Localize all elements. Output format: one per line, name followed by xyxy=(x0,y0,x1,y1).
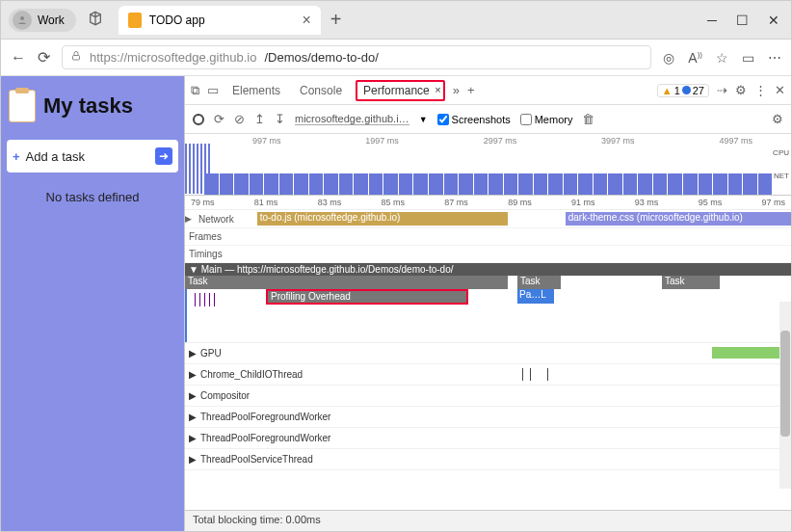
favorite-icon[interactable]: ☆ xyxy=(716,50,728,66)
more-icon[interactable]: ⋯ xyxy=(768,50,781,66)
url-path: /Demos/demo-to-do/ xyxy=(264,50,379,65)
add-task-label: Add a task xyxy=(26,149,85,164)
workspace-icon[interactable] xyxy=(88,11,103,30)
timings-track[interactable]: Timings xyxy=(185,246,791,263)
tab-title: TODO app xyxy=(149,13,205,27)
lock-icon xyxy=(70,50,82,65)
profile-label: Work xyxy=(38,13,65,27)
overview-timeline[interactable]: 997 ms 1997 ms 2997 ms 3997 ms 4997 ms C… xyxy=(185,134,791,196)
record-button[interactable] xyxy=(193,114,204,125)
scrollbar-thumb[interactable] xyxy=(780,331,790,437)
profiling-overhead[interactable]: Profiling Overhead xyxy=(266,289,468,305)
compositor-thread[interactable]: ▶Compositor xyxy=(185,386,791,407)
browser-tab[interactable]: TODO app × xyxy=(119,6,321,35)
collections-icon[interactable]: ▭ xyxy=(742,50,754,66)
kebab-icon[interactable]: ⋮ xyxy=(754,83,767,97)
reload-record-button[interactable]: ⟳ xyxy=(214,112,224,126)
network-item[interactable]: dark-theme.css (microsoftedge.github.io) xyxy=(566,212,791,226)
network-track[interactable]: ▶ Network to-do.js (microsoftedge.github… xyxy=(185,210,791,228)
back-button[interactable]: ← xyxy=(11,49,26,66)
main-track-header[interactable]: ▼ Main — https://microsoftedge.github.io… xyxy=(185,263,791,276)
overview-ticks: 997 ms 1997 ms 2997 ms 3997 ms 4997 ms xyxy=(204,136,791,146)
main-track[interactable]: Task Task Task Profiling Overhead Pa…L xyxy=(185,276,791,343)
chevron-down-icon[interactable]: ▼ xyxy=(419,115,428,124)
childio-thread[interactable]: ▶Chrome_ChildIOThread xyxy=(185,364,791,386)
perf-footer: Total blocking time: 0.00ms xyxy=(185,510,791,531)
memory-checkbox[interactable]: Memory xyxy=(520,114,573,125)
todo-app: My tasks + Add a task ➜ No tasks defined xyxy=(1,76,184,531)
tab-elements[interactable]: Elements xyxy=(226,80,286,101)
frames-track[interactable]: Frames xyxy=(185,228,791,246)
devtools-tabs: ⧉ ▭ Elements Console Performance× » + ▲1… xyxy=(185,76,791,105)
perf-toolbar: ⟳ ⊘ ↥ ↧ microsoftedge.github.i… ▼ Screen… xyxy=(185,105,791,134)
add-tab-icon[interactable]: + xyxy=(467,83,475,97)
more-tabs-icon[interactable]: » xyxy=(453,83,460,97)
url-actions: ◎ A)) ☆ ▭ ⋯ xyxy=(663,50,781,66)
clear-button[interactable]: ⊘ xyxy=(234,112,245,126)
scrollbar[interactable] xyxy=(779,302,791,489)
window-titlebar: Work TODO app × + ─ ☐ ✕ xyxy=(1,1,791,40)
screenshots-checkbox[interactable]: Screenshots xyxy=(437,114,511,125)
submit-icon[interactable]: ➜ xyxy=(155,147,172,165)
threadpool-fg-1[interactable]: ▶ThreadPoolForegroundWorker xyxy=(185,407,791,428)
url-bar: ← ⟳ https://microsoftedge.github.io/Demo… xyxy=(1,40,791,76)
perf-settings-icon[interactable]: ⚙ xyxy=(772,112,783,126)
add-task-input[interactable]: + Add a task ➜ xyxy=(7,140,178,173)
clipboard-icon xyxy=(9,90,36,122)
network-item[interactable]: to-do.js (microsoftedge.github.io) xyxy=(257,212,508,226)
url-host: https://microsoftedge.github.io xyxy=(90,50,256,65)
app-header: My tasks xyxy=(5,86,180,136)
threadpool-fg-2[interactable]: ▶ThreadPoolForegroundWorker xyxy=(185,428,791,449)
tab-performance[interactable]: Performance× xyxy=(356,80,445,101)
device-icon[interactable]: ▭ xyxy=(207,83,219,97)
issues-badge[interactable]: ▲1 27 xyxy=(657,84,709,97)
task-bar[interactable]: Task xyxy=(517,276,561,289)
plus-icon: + xyxy=(13,149,20,164)
tracking-icon[interactable]: ◎ xyxy=(663,50,674,66)
close-window-button[interactable]: ✕ xyxy=(768,13,779,28)
parse-layout-bar[interactable]: Pa…L xyxy=(517,289,554,304)
overview-bars xyxy=(204,173,772,195)
chevron-right-icon[interactable]: ▶ xyxy=(185,214,192,224)
minimize-button[interactable]: ─ xyxy=(707,13,717,28)
devtools-panel: ⧉ ▭ Elements Console Performance× » + ▲1… xyxy=(184,76,791,531)
gpu-thread[interactable]: ▶GPU xyxy=(185,343,791,364)
flame-chart[interactable]: 79 ms81 ms83 ms85 ms87 ms89 ms91 ms93 ms… xyxy=(185,196,791,510)
trash-icon[interactable]: 🗑 xyxy=(582,112,594,126)
svg-rect-1 xyxy=(73,56,80,61)
settings-link-icon[interactable]: ⇢ xyxy=(717,83,727,97)
upload-button[interactable]: ↥ xyxy=(254,112,265,126)
gear-icon[interactable]: ⚙ xyxy=(735,83,747,97)
reader-icon[interactable]: A)) xyxy=(688,50,702,66)
tab-close-icon[interactable]: × xyxy=(302,12,310,29)
inspect-icon[interactable]: ⧉ xyxy=(191,83,199,98)
favicon-icon xyxy=(128,13,142,28)
refresh-button[interactable]: ⟳ xyxy=(38,48,50,66)
new-tab-button[interactable]: + xyxy=(330,9,342,31)
overview-labels: CPU NET xyxy=(773,147,789,182)
avatar-icon xyxy=(13,11,32,30)
close-devtools-icon[interactable]: ✕ xyxy=(775,83,785,97)
close-icon[interactable]: × xyxy=(435,84,440,95)
address-box[interactable]: https://microsoftedge.github.io/Demos/de… xyxy=(62,45,651,69)
gpu-activity xyxy=(712,347,779,359)
tab-console[interactable]: Console xyxy=(294,80,348,101)
time-ruler: 79 ms81 ms83 ms85 ms87 ms89 ms91 ms93 ms… xyxy=(185,196,791,210)
empty-state: No tasks defined xyxy=(5,190,180,204)
app-title: My tasks xyxy=(43,93,133,119)
profile-pill[interactable]: Work xyxy=(9,9,76,32)
download-button[interactable]: ↧ xyxy=(275,112,285,126)
event-marks xyxy=(195,293,233,312)
maximize-button[interactable]: ☐ xyxy=(736,13,749,28)
svg-point-0 xyxy=(20,16,24,20)
recording-url[interactable]: microsoftedge.github.i… xyxy=(295,113,409,125)
task-bar[interactable]: Task xyxy=(662,276,720,289)
threadpool-service[interactable]: ▶ThreadPoolServiceThread xyxy=(185,449,791,470)
task-bar[interactable]: Task xyxy=(185,276,508,289)
window-controls: ─ ☐ ✕ xyxy=(707,13,791,28)
